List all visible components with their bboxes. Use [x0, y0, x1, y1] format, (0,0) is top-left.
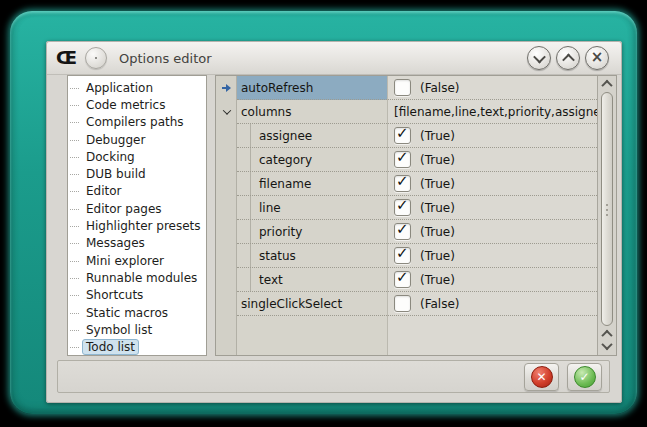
property-name[interactable]: singleClickSelect — [237, 292, 387, 316]
sidebar-item-symbol-list[interactable]: Symbol list — [68, 321, 206, 338]
sidebar-item-label: Editor — [82, 183, 126, 199]
gutter-cell — [216, 292, 237, 316]
property-row-columns: columns[filename,line,text,priority,assi… — [216, 100, 597, 124]
property-name[interactable]: category — [237, 148, 387, 172]
chevron-down-icon — [533, 50, 546, 63]
property-name[interactable]: columns — [237, 100, 387, 124]
checkbox-checked[interactable]: ✓ — [394, 151, 411, 168]
checkbox-unchecked[interactable] — [394, 79, 411, 96]
gutter-cell — [216, 172, 237, 196]
sidebar-item-compilers-paths[interactable]: Compilers paths — [68, 114, 206, 131]
gutter-cell — [216, 220, 237, 244]
property-row-filename: filename✓(True) — [216, 172, 597, 196]
sidebar-item-dub-build[interactable]: DUB build — [68, 165, 206, 182]
checkbox-checked[interactable]: ✓ — [394, 175, 411, 192]
sidebar-item-label: Highlighter presets — [82, 218, 205, 234]
property-value: ✓(True) — [388, 172, 597, 196]
sidebar-item-label: Docking — [82, 149, 139, 165]
sidebar-item-label: Shortcuts — [82, 287, 147, 303]
sidebar-item-todo-list[interactable]: Todo list — [68, 338, 206, 355]
minimize-button[interactable] — [527, 46, 551, 70]
property-row-status: status✓(True) — [216, 244, 597, 268]
sidebar-item-label: Todo list — [82, 339, 139, 355]
sidebar-item-debugger[interactable]: Debugger — [68, 131, 206, 148]
property-name[interactable]: priority — [237, 220, 387, 244]
close-icon: × — [591, 50, 604, 65]
property-name[interactable]: assignee — [237, 124, 387, 148]
value-text[interactable]: [filename,line,text,priority,assigne — [394, 105, 597, 119]
sidebar-item-messages[interactable]: Messages — [68, 235, 206, 252]
options-editor-window: Œ Options editor × ApplicationCode metri… — [46, 41, 622, 403]
property-grid: autoRefresh(False)columns[filename,line,… — [215, 75, 617, 356]
value-label: (True) — [420, 153, 455, 167]
value-label: (True) — [420, 201, 455, 215]
value-label: (True) — [420, 225, 455, 239]
gutter-cell — [216, 124, 237, 148]
checkbox-checked[interactable]: ✓ — [394, 199, 411, 216]
property-name[interactable]: text — [237, 268, 387, 292]
property-row-line: line✓(True) — [216, 196, 597, 220]
sidebar-item-docking[interactable]: Docking — [68, 148, 206, 165]
property-value: (False) — [388, 292, 597, 316]
maximize-button[interactable] — [556, 46, 580, 70]
checkbox-checked[interactable]: ✓ — [394, 223, 411, 240]
accept-button[interactable]: ✓ — [567, 363, 602, 391]
sidebar-item-label: Runnable modules — [82, 270, 201, 286]
checkbox-checked[interactable]: ✓ — [394, 127, 411, 144]
property-value: ✓(True) — [388, 268, 597, 292]
value-label: (False) — [420, 297, 460, 311]
gutter-cell — [216, 244, 237, 268]
property-row-autoRefresh: autoRefresh(False) — [216, 76, 597, 100]
property-value: ✓(True) — [388, 196, 597, 220]
property-value: ✓(True) — [388, 220, 597, 244]
sidebar-item-code-metrics[interactable]: Code metrics — [68, 96, 206, 113]
sidebar-item-editor-pages[interactable]: Editor pages — [68, 200, 206, 217]
property-value: ✓(True) — [388, 244, 597, 268]
gutter-cell — [216, 148, 237, 172]
property-row-priority: priority✓(True) — [216, 220, 597, 244]
sidebar-item-label: Symbol list — [82, 322, 156, 338]
close-button[interactable]: × — [585, 46, 609, 70]
sidebar-item-label: Code metrics — [82, 97, 169, 113]
property-name[interactable]: line — [237, 196, 387, 220]
sidebar-item-static-macros[interactable]: Static macros — [68, 304, 206, 321]
selected-row-arrow-icon — [216, 76, 237, 100]
window-controls: × — [527, 46, 609, 70]
property-name[interactable]: autoRefresh — [237, 76, 387, 100]
scroll-thumb[interactable] — [601, 92, 613, 326]
sidebar-item-label: Debugger — [82, 132, 149, 148]
sidebar-item-editor[interactable]: Editor — [68, 183, 206, 200]
sidebar-item-mini-explorer[interactable]: Mini explorer — [68, 252, 206, 269]
property-row-text: text✓(True) — [216, 268, 597, 292]
property-name[interactable]: filename — [237, 172, 387, 196]
window-menu-button[interactable] — [85, 47, 107, 69]
value-label: (True) — [420, 273, 455, 287]
window-frame: Œ Options editor × ApplicationCode metri… — [10, 11, 637, 414]
sidebar-item-highlighter-presets[interactable]: Highlighter presets — [68, 217, 206, 234]
checkbox-unchecked[interactable] — [394, 295, 411, 312]
checkbox-checked[interactable]: ✓ — [394, 247, 411, 264]
cancel-button[interactable]: ✕ — [524, 363, 559, 391]
gutter-cell — [216, 196, 237, 220]
value-label: (False) — [420, 81, 460, 95]
sidebar-item-application[interactable]: Application — [68, 79, 206, 96]
sidebar-item-label: Editor pages — [82, 201, 166, 217]
scroll-down-button[interactable] — [603, 342, 611, 350]
scroll-up-button-bottom[interactable] — [603, 330, 611, 338]
chevron-up-icon — [562, 53, 575, 66]
collapse-toggle-icon[interactable] — [216, 100, 237, 124]
category-list: ApplicationCode metricsCompilers pathsDe… — [67, 75, 207, 356]
property-name[interactable]: status — [237, 244, 387, 268]
sidebar-item-label: Mini explorer — [82, 253, 168, 269]
checkbox-checked[interactable]: ✓ — [394, 271, 411, 288]
scroll-up-button[interactable] — [603, 80, 611, 88]
sidebar-item-runnable-modules[interactable]: Runnable modules — [68, 269, 206, 286]
grid-scrollbar[interactable] — [597, 76, 616, 355]
sidebar-item-shortcuts[interactable]: Shortcuts — [68, 287, 206, 304]
sidebar-item-label: Application — [82, 80, 157, 96]
x-icon: ✕ — [531, 366, 553, 388]
value-label: (True) — [420, 129, 455, 143]
window-title: Options editor — [119, 51, 212, 66]
titlebar[interactable]: Œ Options editor × — [47, 42, 621, 75]
property-row-singleClickSelect: singleClickSelect(False) — [216, 292, 597, 316]
